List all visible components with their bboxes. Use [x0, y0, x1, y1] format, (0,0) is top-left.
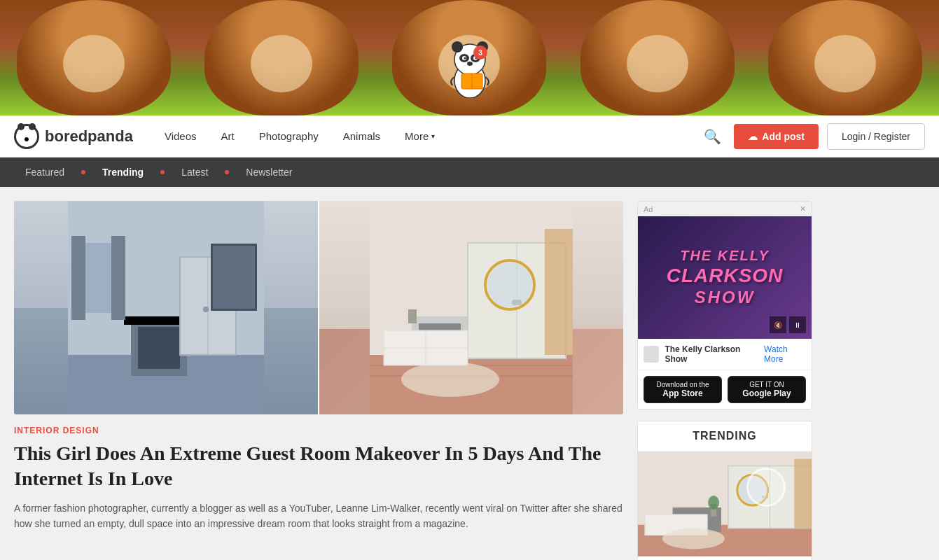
- svg-rect-24: [71, 236, 85, 320]
- app-buttons: Download on the App Store GET IT ON Goog…: [638, 370, 812, 409]
- watch-more-link[interactable]: Watch More: [764, 344, 806, 364]
- nav-videos[interactable]: Videos: [154, 125, 207, 148]
- svg-rect-40: [545, 229, 573, 355]
- chevron-down-icon: ▾: [431, 132, 435, 140]
- logo-text: boredpanda: [45, 127, 133, 146]
- ad-video[interactable]: THE KELLY CLARKSON SHOW 🔇 ⏸: [638, 216, 812, 339]
- ad-label: Ad ✕: [638, 202, 812, 216]
- svg-point-52: [739, 476, 767, 504]
- sec-nav-latest[interactable]: Latest: [170, 158, 219, 187]
- ad-container: Ad ✕ THE KELLY CLARKSON SHOW 🔇 ⏸: [637, 201, 812, 410]
- svg-point-2: [452, 41, 463, 52]
- content-right: Ad ✕ THE KELLY CLARKSON SHOW 🔇 ⏸: [637, 201, 812, 560]
- svg-rect-53: [794, 459, 812, 528]
- search-icon: 🔍: [704, 129, 721, 144]
- logo[interactable]: ● boredpanda: [14, 124, 133, 149]
- svg-text:3: 3: [478, 49, 482, 57]
- svg-rect-25: [111, 236, 125, 320]
- svg-point-48: [762, 496, 765, 498]
- trending-image[interactable]: [638, 451, 812, 556]
- svg-rect-38: [408, 309, 417, 323]
- trending-item-title[interactable]: This Girl Does An Extreme Guest Room Mak…: [638, 556, 812, 560]
- header-banner: 3: [0, 0, 939, 115]
- googleplay-button[interactable]: GET IT ON Google Play: [728, 376, 806, 403]
- svg-rect-18: [138, 327, 180, 369]
- appstore-button[interactable]: Download on the App Store: [644, 376, 722, 403]
- add-post-button[interactable]: ☁ Add post: [734, 124, 819, 149]
- mute-button[interactable]: 🔇: [770, 316, 786, 333]
- svg-point-57: [708, 496, 719, 510]
- trending-header: TRENDING: [638, 421, 812, 451]
- ad-close-icon[interactable]: ✕: [800, 204, 806, 214]
- svg-point-39: [401, 362, 499, 397]
- secondary-nav: Featured Trending Latest Newsletter: [0, 158, 939, 187]
- upload-icon: ☁: [748, 131, 758, 142]
- kelly-show-title: THE KELLY CLARKSON SHOW: [667, 247, 784, 307]
- nav-art[interactable]: Art: [211, 125, 245, 148]
- ad-show-name: The Kelly Clarkson Show: [665, 344, 758, 364]
- tree-4: [580, 0, 735, 115]
- article-category: INTERIOR DESIGN: [14, 426, 623, 435]
- login-button[interactable]: Login / Register: [827, 123, 925, 150]
- nav-dot-3: [225, 170, 229, 174]
- article-image-after: [319, 201, 623, 414]
- nav-dot-2: [160, 170, 165, 174]
- room-before-scene: [14, 201, 318, 414]
- svg-point-55: [662, 528, 725, 550]
- navbar: ● boredpanda Videos Art Photography Anim…: [0, 115, 939, 158]
- logo-icon: ●: [14, 124, 39, 149]
- pause-button[interactable]: ⏸: [789, 316, 806, 333]
- tree-2: [204, 0, 359, 115]
- content-left: INTERIOR DESIGN This Girl Does An Extrem…: [14, 201, 623, 560]
- svg-point-10: [467, 62, 473, 66]
- nav-dot-1: [81, 170, 85, 174]
- svg-point-22: [203, 307, 209, 312]
- svg-point-49: [766, 496, 769, 498]
- article-title: This Girl Does An Extreme Guest Room Mak…: [14, 441, 623, 492]
- trending-section: TRENDING: [637, 421, 812, 560]
- ad-thumbnail: [644, 346, 659, 363]
- ad-info: The Kelly Clarkson Show Watch More: [638, 339, 812, 370]
- nav-right: 🔍 ☁ Add post Login / Register: [700, 123, 925, 150]
- search-button[interactable]: 🔍: [700, 124, 725, 149]
- tree-1: [17, 0, 171, 115]
- article-excerpt: A former fashion photographer, currently…: [14, 500, 623, 532]
- nav-animals[interactable]: Animals: [333, 125, 391, 148]
- article-image[interactable]: [14, 201, 623, 414]
- svg-point-8: [464, 57, 466, 59]
- sec-nav-featured[interactable]: Featured: [14, 158, 76, 187]
- room-after-scene: [319, 201, 623, 414]
- article-image-before: [14, 201, 319, 414]
- svg-point-37: [487, 262, 532, 307]
- tree-5: [768, 0, 922, 115]
- panda-mascot: 3: [442, 35, 498, 98]
- nav-more[interactable]: More ▾: [394, 125, 445, 148]
- sec-nav-trending[interactable]: Trending: [91, 158, 155, 187]
- sec-nav-newsletter[interactable]: Newsletter: [235, 158, 303, 187]
- nav-links: Videos Art Photography Animals More ▾: [154, 125, 700, 148]
- nav-photography[interactable]: Photography: [249, 125, 329, 148]
- main-content: INTERIOR DESIGN This Girl Does An Extrem…: [0, 187, 939, 560]
